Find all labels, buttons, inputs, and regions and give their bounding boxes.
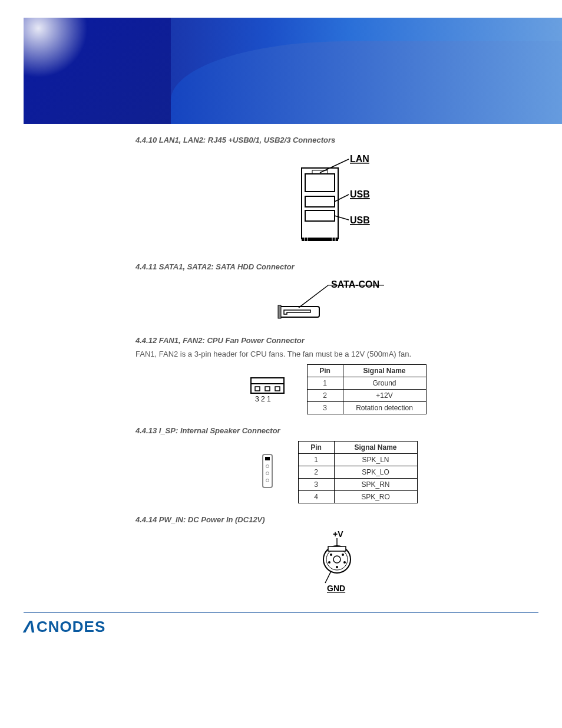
fan-pin-numbers: 3 2 1 <box>255 395 271 403</box>
usb-label-2: USB <box>350 215 370 225</box>
logo-text: CNODES <box>37 618 105 636</box>
svg-line-11 <box>335 195 349 202</box>
svg-rect-21 <box>275 387 280 391</box>
main-content: 4.4.10 LAN1, LAN2: RJ45 +USB0/1, USB2/3 … <box>135 136 538 595</box>
dc-power-svg: +V GND <box>305 530 369 595</box>
th-pin: Pin <box>307 365 343 377</box>
svg-point-34 <box>328 561 330 564</box>
fan-description: FAN1, FAN2 is a 3-pin header for CPU fan… <box>135 350 538 358</box>
svg-point-35 <box>343 561 346 564</box>
svg-rect-0 <box>302 168 338 239</box>
isp-pin-table: Pin Signal Name 1SPK_LN 2SPK_LO 3SPK_RN … <box>298 441 418 503</box>
svg-line-37 <box>325 571 331 583</box>
page-footer: ΛCNODES <box>24 612 538 637</box>
th-signal: Signal Name <box>343 365 426 377</box>
sata-svg: SATA-CON <box>272 277 402 324</box>
sata-diagram: SATA-CON <box>135 277 538 324</box>
svg-rect-3 <box>305 196 335 207</box>
footer-divider <box>24 612 538 613</box>
usb-label-1: USB <box>350 189 370 199</box>
th-pin: Pin <box>298 442 334 454</box>
section-title-4-4-13: 4.4.13 I_SP: Internal Speaker Connector <box>135 426 538 435</box>
logo-glyph: Λ <box>24 617 36 637</box>
section-title-4-4-12: 4.4.12 FAN1, FAN2: CPU Fan Power Connect… <box>135 336 538 345</box>
lan-usb-diagram: LAN USB USB <box>135 150 538 251</box>
svg-rect-16 <box>278 305 281 318</box>
table-row: 1Ground <box>307 377 426 390</box>
plus-v-label: +V <box>333 530 343 539</box>
table-row: 3Rotation detection <box>307 402 426 414</box>
svg-rect-15 <box>279 307 319 317</box>
svg-line-14 <box>299 285 328 308</box>
svg-point-26 <box>266 479 269 482</box>
section-title-4-4-14: 4.4.14 PW_IN: DC Power In (DC12V) <box>135 515 538 524</box>
lan-usb-svg: LAN USB USB <box>284 150 390 251</box>
svg-point-36 <box>336 566 338 568</box>
table-row: 1SPK_LN <box>298 454 417 466</box>
svg-rect-18 <box>251 384 284 393</box>
svg-rect-1 <box>305 174 335 192</box>
isp-header-svg <box>257 452 280 493</box>
table-row: 4SPK_RO <box>298 491 417 503</box>
svg-line-12 <box>335 216 349 220</box>
svg-point-33 <box>342 554 344 556</box>
header-banner <box>24 18 562 124</box>
svg-point-24 <box>266 465 269 468</box>
svg-rect-4 <box>305 210 335 221</box>
svg-rect-5 <box>302 238 338 241</box>
sata-con-label: SATA-CON <box>331 279 379 289</box>
table-row: 2+12V <box>307 390 426 402</box>
svg-line-10 <box>320 159 349 173</box>
svg-point-32 <box>330 554 332 556</box>
power-diagram: +V GND <box>135 530 538 595</box>
svg-point-31 <box>333 556 340 563</box>
isp-row: Pin Signal Name 1SPK_LN 2SPK_LO 3SPK_RN … <box>135 441 538 503</box>
svg-rect-19 <box>255 387 260 391</box>
fan-header-svg: 3 2 1 <box>248 372 289 407</box>
gnd-label: GND <box>327 584 345 593</box>
svg-rect-23 <box>265 457 270 460</box>
fan-pin-table: Pin Signal Name 1Ground 2+12V 3Rotation … <box>307 364 427 414</box>
section-title-4-4-10: 4.4.10 LAN1, LAN2: RJ45 +USB0/1, USB2/3 … <box>135 136 538 144</box>
table-row: 2SPK_LO <box>298 466 417 479</box>
svg-rect-30 <box>328 546 346 551</box>
acnodes-logo: ΛCNODES <box>24 617 538 637</box>
table-row: 3SPK_RN <box>298 479 417 491</box>
lan-label: LAN <box>350 154 369 164</box>
svg-rect-20 <box>265 387 270 391</box>
th-signal: Signal Name <box>334 442 417 454</box>
svg-point-25 <box>266 472 269 475</box>
section-title-4-4-11: 4.4.11 SATA1, SATA2: SATA HDD Connector <box>135 262 538 271</box>
fan-row: 3 2 1 Pin Signal Name 1Ground 2+12V 3Rot… <box>135 364 538 414</box>
svg-rect-17 <box>251 378 284 384</box>
